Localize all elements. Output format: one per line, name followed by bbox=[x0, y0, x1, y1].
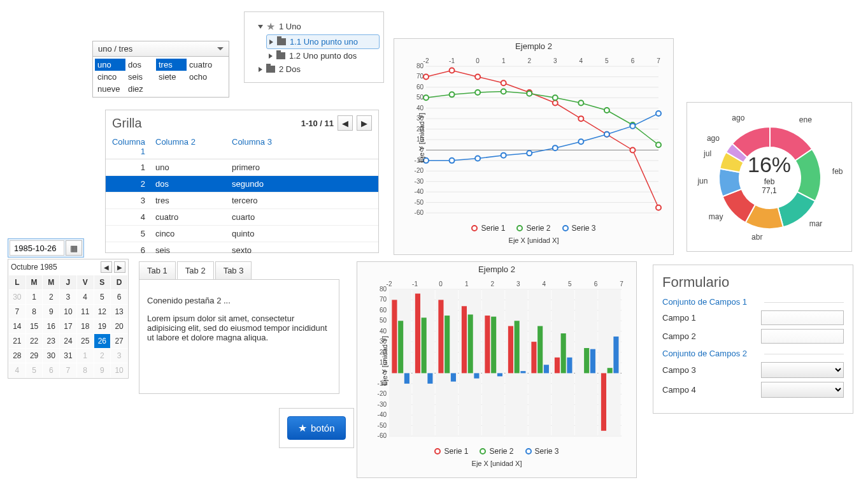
field-1-input[interactable] bbox=[761, 310, 844, 325]
calendar-day[interactable]: 26 bbox=[94, 334, 111, 349]
calendar-day[interactable]: 1 bbox=[76, 349, 94, 363]
grid-prev-button[interactable]: ◀ bbox=[338, 115, 353, 131]
svg-text:-40: -40 bbox=[378, 411, 387, 418]
calendar-day[interactable]: 4 bbox=[76, 290, 94, 305]
calendar-day[interactable]: 6 bbox=[111, 290, 128, 305]
grid-next-button[interactable]: ▶ bbox=[357, 115, 372, 131]
calendar-day[interactable]: 2 bbox=[94, 349, 111, 363]
calendar-day[interactable]: 21 bbox=[9, 334, 26, 349]
expand-icon[interactable] bbox=[269, 54, 273, 59]
field-2-input[interactable] bbox=[761, 329, 844, 344]
svg-rect-116 bbox=[422, 317, 427, 373]
grid-col-header[interactable]: Columna 2 bbox=[150, 137, 227, 156]
calendar-day[interactable]: 8 bbox=[76, 363, 94, 378]
svg-text:5: 5 bbox=[568, 280, 572, 287]
calendar-day[interactable]: 12 bbox=[94, 305, 111, 319]
grid-col-header[interactable]: Columna 1 bbox=[106, 137, 150, 156]
svg-rect-140 bbox=[561, 333, 566, 373]
calendar-day[interactable]: 13 bbox=[111, 305, 128, 319]
calendar-day[interactable]: 10 bbox=[111, 363, 128, 378]
calendar-day[interactable]: 22 bbox=[25, 334, 43, 349]
calendar-day[interactable]: 27 bbox=[111, 334, 128, 349]
multiselect-option[interactable]: seis bbox=[125, 71, 156, 83]
legend-item[interactable]: Serie 3 bbox=[525, 447, 559, 456]
table-row[interactable]: 6seissexto bbox=[106, 242, 378, 258]
legend-item[interactable]: Serie 3 bbox=[562, 224, 596, 233]
multiselect-toggle[interactable]: uno / tres bbox=[92, 41, 229, 57]
multiselect-option[interactable]: diez bbox=[125, 83, 156, 95]
calendar-day[interactable]: 16 bbox=[43, 319, 60, 334]
svg-point-43 bbox=[501, 80, 506, 85]
tab[interactable]: Tab 1 bbox=[139, 261, 176, 279]
calendar-day[interactable]: 28 bbox=[9, 349, 26, 363]
calendar-day[interactable]: 9 bbox=[43, 305, 60, 319]
multiselect-option[interactable]: tres bbox=[156, 59, 187, 71]
calendar-day[interactable]: 4 bbox=[9, 363, 26, 378]
calendar-day[interactable]: 1 bbox=[25, 290, 43, 305]
calendar-day[interactable]: 5 bbox=[94, 290, 111, 305]
calendar-day[interactable]: 29 bbox=[25, 349, 43, 363]
calendar-day[interactable]: 19 bbox=[94, 319, 111, 334]
field-3-select[interactable] bbox=[761, 362, 844, 378]
table-row[interactable]: 5cincoquinto bbox=[106, 226, 378, 242]
calendar-day[interactable]: 10 bbox=[60, 305, 77, 319]
tab[interactable]: Tab 2 bbox=[177, 261, 214, 279]
calendar-day[interactable]: 8 bbox=[25, 305, 43, 319]
table-row[interactable]: 2dossegundo bbox=[106, 176, 378, 193]
multiselect-option[interactable]: ocho bbox=[187, 71, 217, 83]
calendar-day[interactable]: 24 bbox=[60, 334, 77, 349]
calendar-toggle-button[interactable]: ▦ bbox=[66, 240, 82, 256]
date-input[interactable] bbox=[10, 240, 64, 256]
calendar-next-button[interactable]: ▶ bbox=[114, 261, 125, 273]
calendar-day[interactable]: 2 bbox=[43, 290, 60, 305]
calendar-day[interactable]: 3 bbox=[111, 349, 128, 363]
calendar-day[interactable]: 18 bbox=[76, 319, 94, 334]
multiselect-option[interactable]: cinco bbox=[95, 71, 125, 83]
calendar-day[interactable]: 7 bbox=[9, 305, 26, 319]
tab[interactable]: Tab 3 bbox=[215, 261, 252, 279]
grid-col-header[interactable]: Columna 3 bbox=[227, 137, 378, 156]
tab-bar: Tab 1Tab 2Tab 3 bbox=[139, 261, 339, 279]
table-row[interactable]: 4cuatrocuarto bbox=[106, 209, 378, 226]
calendar-day[interactable]: 6 bbox=[43, 363, 60, 378]
svg-text:7: 7 bbox=[657, 57, 660, 64]
calendar-day[interactable]: 15 bbox=[25, 319, 43, 334]
tree-item[interactable]: ★1 Uno bbox=[256, 18, 380, 34]
multiselect-option[interactable]: nueve bbox=[95, 83, 125, 95]
calendar-day[interactable]: 30 bbox=[43, 349, 60, 363]
calendar-day[interactable]: 7 bbox=[60, 363, 77, 378]
calendar-day[interactable]: 9 bbox=[94, 363, 111, 378]
calendar-day[interactable]: 3 bbox=[60, 290, 77, 305]
field-4-select[interactable] bbox=[761, 382, 844, 398]
expand-icon[interactable] bbox=[258, 25, 263, 29]
primary-button[interactable]: ★ botón bbox=[287, 416, 346, 440]
calendar-day[interactable]: 20 bbox=[111, 319, 128, 334]
calendar-icon: ▦ bbox=[70, 244, 78, 253]
expand-icon[interactable] bbox=[269, 40, 273, 45]
legend-item[interactable]: Serie 2 bbox=[516, 224, 550, 233]
legend-item[interactable]: Serie 1 bbox=[471, 224, 505, 233]
svg-text:jul: jul bbox=[703, 149, 711, 158]
calendar-day[interactable]: 23 bbox=[43, 334, 60, 349]
calendar-day[interactable]: 14 bbox=[9, 319, 26, 334]
legend-item[interactable]: Serie 2 bbox=[480, 447, 513, 456]
multiselect-option[interactable]: siete bbox=[156, 71, 187, 83]
calendar-day[interactable]: 11 bbox=[76, 305, 94, 319]
tree-item[interactable]: 1.1 Uno punto uno bbox=[266, 34, 380, 49]
tree-item[interactable]: 1.2 Uno punto dos bbox=[266, 49, 380, 62]
multiselect-option[interactable]: uno bbox=[95, 59, 125, 71]
calendar-prev-button[interactable]: ◀ bbox=[101, 261, 112, 273]
legend-item[interactable]: Serie 1 bbox=[434, 447, 468, 456]
table-row[interactable]: 1unoprimero bbox=[106, 159, 378, 176]
svg-rect-111 bbox=[392, 300, 397, 373]
calendar-day[interactable]: 31 bbox=[60, 349, 77, 363]
calendar-day[interactable]: 5 bbox=[25, 363, 43, 378]
multiselect-option[interactable]: cuatro bbox=[187, 59, 217, 71]
calendar-day[interactable]: 25 bbox=[76, 334, 94, 349]
expand-icon[interactable] bbox=[259, 67, 262, 72]
table-row[interactable]: 3trestercero bbox=[106, 193, 378, 209]
calendar-day[interactable]: 17 bbox=[60, 319, 77, 334]
calendar-day[interactable]: 30 bbox=[9, 290, 26, 305]
tree-item[interactable]: 2 Dos bbox=[256, 62, 380, 76]
multiselect-option[interactable]: dos bbox=[125, 59, 156, 71]
